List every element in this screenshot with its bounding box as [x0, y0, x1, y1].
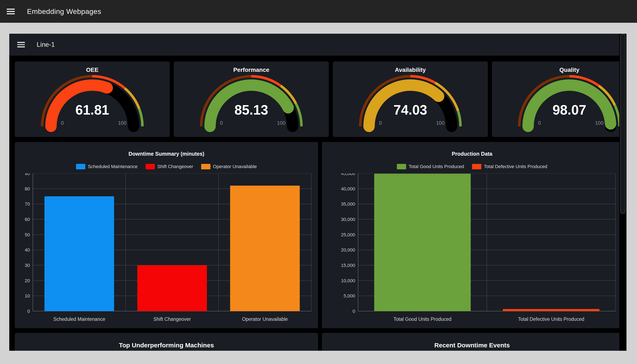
gauge-max-label: 100: [118, 120, 126, 126]
y-tick-label: 20,000: [341, 247, 355, 252]
gauge-min-label: 0: [379, 120, 382, 126]
chart-legend: Scheduled MaintenanceShift ChangeoverOpe…: [15, 164, 318, 170]
y-tick-label: 30: [25, 263, 30, 268]
gauge-title: Availability: [333, 66, 488, 73]
y-tick-label: 60: [25, 217, 30, 222]
panel-title: Recent Downtime Events: [322, 342, 622, 349]
production-data-panel: Production DataTotal Good Units Produced…: [322, 142, 622, 328]
gauge-min-label: 0: [220, 120, 223, 126]
gauge-max-label: 100: [595, 120, 604, 126]
top-underperforming-machines-panel: Top Underperforming Machines: [15, 333, 318, 351]
y-tick-label: 25,000: [341, 232, 355, 238]
legend-swatch: [397, 164, 406, 169]
gauge-value: 98.07: [552, 102, 586, 118]
gauge-value: 61.81: [76, 102, 109, 118]
panel-title: Top Underperforming Machines: [15, 342, 318, 349]
legend-item[interactable]: Total Defective Units Produced: [472, 164, 547, 169]
y-tick-label: 5,000: [344, 293, 355, 298]
legend-swatch: [201, 164, 210, 169]
chart-legend: Total Good Units ProducedTotal Defective…: [322, 164, 622, 170]
bar: [374, 174, 470, 311]
y-tick-label: 40,000: [341, 186, 355, 192]
gauge-card-availability: Availability74.030100: [333, 62, 488, 137]
gauge-card-oee: OEE61.810100: [15, 62, 170, 137]
gauge-min-label: 0: [61, 120, 64, 126]
gauge-value: 74.03: [394, 102, 427, 118]
legend-item[interactable]: Total Good Units Produced: [397, 164, 464, 169]
x-tick-label: Total Good Units Produced: [394, 316, 452, 322]
y-tick-label: 50: [25, 232, 30, 238]
x-tick-label: Total Defective Units Produced: [518, 316, 584, 322]
app-menu-icon[interactable]: [7, 7, 15, 16]
bar: [44, 196, 114, 311]
gauge-title: Quality: [492, 66, 626, 73]
gauge-max-label: 100: [277, 120, 286, 126]
chart-title: Production Data: [322, 151, 622, 157]
y-tick-label: 70: [25, 202, 30, 207]
gauge-value: 85.13: [234, 102, 268, 118]
y-tick-label: 20: [25, 278, 30, 283]
gauge-chart: 98.070100: [492, 74, 626, 136]
gauge-chart: 61.810100: [15, 74, 170, 136]
x-tick-label: Shift Changeover: [153, 316, 191, 322]
y-tick-label: 10,000: [341, 278, 355, 283]
gauge-chart: 85.130100: [174, 74, 329, 136]
y-tick-label: 0: [28, 308, 30, 314]
legend-swatch: [146, 164, 155, 169]
gauge-card-quality: Quality98.070100: [492, 62, 626, 137]
app-top-bar: Embedding Webpages: [0, 0, 637, 23]
gauge-threshold-arc: [139, 109, 142, 126]
gauge-max-label: 100: [436, 120, 444, 126]
legend-item[interactable]: Scheduled Maintenance: [76, 164, 138, 169]
legend-label: Shift Changeover: [157, 164, 193, 169]
gauge-title: OEE: [15, 66, 170, 73]
gauge-card-performance: Performance85.130100: [174, 62, 329, 137]
gauge-threshold-arc: [458, 111, 460, 126]
bar: [503, 309, 599, 311]
dashboard-title: Line-1: [37, 41, 55, 48]
legend-item[interactable]: Shift Changeover: [146, 164, 193, 169]
gauge-title: Performance: [174, 66, 329, 73]
y-tick-label: 45,000: [341, 173, 355, 176]
frame-scrollbar-thumb[interactable]: [620, 34, 626, 214]
bar-chart-plot: 0102030405060708090Scheduled Maintenance…: [15, 173, 318, 323]
y-tick-label: 40: [25, 247, 30, 252]
y-tick-label: 0: [352, 308, 355, 314]
app-title: Embedding Webpages: [27, 7, 101, 16]
y-tick-label: 35,000: [341, 202, 355, 207]
chart-title: Downtime Summary (minutes): [15, 151, 318, 157]
downtime-summary-panel: Downtime Summary (minutes)Scheduled Main…: [15, 142, 318, 328]
legend-label: Scheduled Maintenance: [88, 164, 138, 169]
bar: [230, 186, 300, 311]
y-tick-label: 30,000: [341, 217, 355, 222]
y-tick-label: 90: [25, 173, 30, 176]
dashboard-menu-icon[interactable]: [17, 41, 25, 49]
recent-downtime-events-panel: Recent Downtime Events: [322, 333, 622, 351]
y-tick-label: 10: [25, 293, 30, 298]
gauge-chart: 74.030100: [333, 74, 488, 136]
gauge-min-label: 0: [538, 120, 541, 126]
legend-label: Total Good Units Produced: [409, 164, 464, 169]
bar-chart-plot: 05,00010,00015,00020,00025,00030,00035,0…: [322, 173, 622, 323]
x-tick-label: Operator Unavailable: [242, 316, 288, 322]
dashboard-header: Line-1: [9, 34, 626, 56]
x-tick-label: Scheduled Maintenance: [53, 316, 105, 322]
legend-item[interactable]: Operator Unavailable: [201, 164, 257, 169]
legend-label: Total Defective Units Produced: [484, 164, 547, 169]
legend-label: Operator Unavailable: [213, 164, 257, 169]
legend-swatch: [472, 164, 481, 169]
frame-scrollbar-track[interactable]: [619, 34, 626, 351]
y-tick-label: 15,000: [341, 263, 355, 268]
bar: [137, 265, 207, 311]
y-tick-label: 80: [25, 186, 30, 192]
embedded-dashboard-frame: Line-1 OEE61.810100Performance85.130100A…: [9, 34, 626, 351]
legend-swatch: [76, 164, 85, 169]
